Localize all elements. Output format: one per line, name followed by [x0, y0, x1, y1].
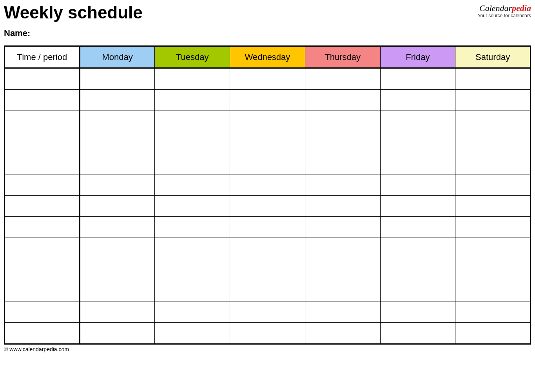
table-row	[5, 323, 531, 344]
table-row	[5, 301, 531, 323]
cell	[305, 174, 380, 196]
cell-time	[5, 174, 80, 196]
cell	[455, 196, 531, 217]
name-label: Name:	[4, 28, 143, 38]
cell	[230, 153, 305, 174]
table-row	[5, 259, 531, 280]
cell	[155, 132, 230, 153]
cell	[455, 323, 531, 344]
cell	[305, 301, 380, 323]
cell	[380, 238, 455, 259]
cell	[80, 111, 155, 132]
cell	[455, 238, 531, 259]
cell	[305, 217, 380, 238]
cell	[305, 68, 380, 90]
cell	[455, 280, 531, 301]
cell	[305, 90, 380, 111]
header-day-wednesday: Wednesday	[230, 46, 305, 68]
cell-time	[5, 217, 80, 238]
cell	[305, 132, 380, 153]
cell-time	[5, 280, 80, 301]
header-time-period: Time / period	[5, 46, 80, 68]
cell	[80, 68, 155, 90]
cell	[155, 259, 230, 280]
cell	[80, 301, 155, 323]
cell-time	[5, 90, 80, 111]
cell	[155, 238, 230, 259]
cell	[305, 196, 380, 217]
cell	[380, 68, 455, 90]
cell	[155, 111, 230, 132]
cell	[455, 174, 531, 196]
cell-time	[5, 323, 80, 344]
cell	[380, 196, 455, 217]
header-day-saturday: Saturday	[455, 46, 531, 68]
cell	[230, 196, 305, 217]
cell	[305, 111, 380, 132]
cell	[455, 259, 531, 280]
header-day-monday: Monday	[80, 46, 155, 68]
cell-time	[5, 238, 80, 259]
cell	[455, 68, 531, 90]
cell	[305, 323, 380, 344]
cell-time	[5, 301, 80, 323]
cell	[80, 238, 155, 259]
cell	[455, 90, 531, 111]
cell	[230, 238, 305, 259]
header-day-thursday: Thursday	[305, 46, 380, 68]
cell	[305, 259, 380, 280]
cell	[305, 280, 380, 301]
cell	[380, 217, 455, 238]
cell	[380, 90, 455, 111]
table-row	[5, 153, 531, 174]
cell-time	[5, 68, 80, 90]
cell	[380, 259, 455, 280]
table-row	[5, 217, 531, 238]
cell	[230, 323, 305, 344]
brand-part1: Calendar	[479, 3, 512, 13]
cell	[230, 217, 305, 238]
brand-logo: Calendarpedia Your source for calendars	[478, 4, 531, 18]
cell	[80, 217, 155, 238]
cell	[380, 174, 455, 196]
cell	[80, 323, 155, 344]
table-row	[5, 196, 531, 217]
table-row	[5, 238, 531, 259]
cell	[155, 68, 230, 90]
cell-time	[5, 132, 80, 153]
table-row	[5, 90, 531, 111]
cell-time	[5, 196, 80, 217]
cell	[80, 132, 155, 153]
cell	[230, 90, 305, 111]
cell	[455, 153, 531, 174]
cell	[455, 111, 531, 132]
schedule-table: Time / periodMondayTuesdayWednesdayThurs…	[4, 45, 531, 345]
table-row	[5, 280, 531, 301]
cell	[155, 301, 230, 323]
table-row	[5, 132, 531, 153]
cell	[80, 174, 155, 196]
footer-copyright: © www.calendarpedia.com	[4, 346, 531, 352]
cell	[380, 280, 455, 301]
cell	[80, 90, 155, 111]
cell	[80, 280, 155, 301]
cell	[380, 111, 455, 132]
cell	[80, 153, 155, 174]
brand-tagline: Your source for calendars	[478, 13, 531, 18]
cell	[455, 217, 531, 238]
cell	[155, 196, 230, 217]
cell	[155, 323, 230, 344]
cell	[380, 132, 455, 153]
cell	[380, 153, 455, 174]
cell	[80, 196, 155, 217]
cell-time	[5, 153, 80, 174]
cell	[155, 280, 230, 301]
cell	[230, 68, 305, 90]
cell	[230, 132, 305, 153]
cell	[455, 301, 531, 323]
cell-time	[5, 111, 80, 132]
cell	[305, 153, 380, 174]
cell	[230, 280, 305, 301]
table-row	[5, 68, 531, 90]
cell	[155, 217, 230, 238]
